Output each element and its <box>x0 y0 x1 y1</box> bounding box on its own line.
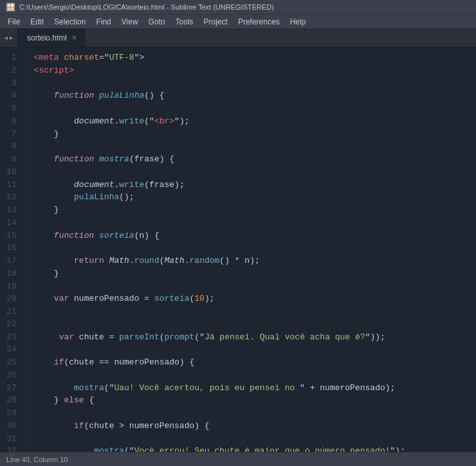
line-num-22: 22 <box>6 318 17 331</box>
tab-label: sorteio.html <box>27 33 67 42</box>
line-num-23: 23 <box>6 331 17 344</box>
line-num-3: 3 <box>6 77 17 90</box>
line-num-16: 16 <box>6 242 17 255</box>
menubar: File Edit Selection Find View Goto Tools… <box>0 14 476 28</box>
editor: 1 2 3 4 5 6 7 8 9 10 11 12 13 14 15 16 1… <box>0 48 476 452</box>
line-num-10: 10 <box>6 166 17 179</box>
code-line-20: var numeroPensado = sorteia(10); <box>34 292 476 305</box>
line-num-32: 32 <box>6 445 17 452</box>
line-num-7: 7 <box>6 128 17 141</box>
menu-file[interactable]: File <box>3 16 25 28</box>
code-line-6: document.write("<br>"); <box>34 115 476 128</box>
line-num-9: 9 <box>6 153 17 166</box>
code-line-28: } else { <box>34 394 476 407</box>
line-num-20: 20 <box>6 292 17 305</box>
code-line-4: function pulaLinha() { <box>34 89 476 102</box>
code-line-19 <box>34 280 476 293</box>
line-numbers: 1 2 3 4 5 6 7 8 9 10 11 12 13 14 15 16 1… <box>0 48 25 452</box>
menu-tools[interactable]: Tools <box>170 16 199 28</box>
line-num-30: 30 <box>6 420 17 433</box>
code-line-10 <box>34 166 476 179</box>
code-line-22 <box>34 318 476 331</box>
line-num-2: 2 <box>6 64 17 77</box>
line-num-1: 1 <box>6 51 17 64</box>
tab-sorteio[interactable]: sorteio.html × <box>18 28 85 47</box>
code-line-3 <box>34 77 476 90</box>
line-num-13: 13 <box>6 204 17 217</box>
status-text: Line 40, Column 10 <box>6 456 68 463</box>
code-line-11: document.write(frase); <box>34 179 476 192</box>
code-line-12: pulaLinha(); <box>34 191 476 204</box>
tab-nav-button[interactable]: ◂▸ <box>0 28 18 47</box>
code-line-27: mostra("Uau! Você acertou, pois eu pense… <box>34 382 476 395</box>
menu-goto[interactable]: Goto <box>143 16 170 28</box>
code-line-23: var chute = parseInt(prompt("Já pensei. … <box>34 331 476 344</box>
line-num-11: 11 <box>6 179 17 192</box>
line-num-4: 4 <box>6 89 17 102</box>
code-line-18: } <box>34 267 476 280</box>
menu-project[interactable]: Project <box>199 16 233 28</box>
app-icon: 🪟 <box>5 2 15 12</box>
menu-selection[interactable]: Selection <box>49 16 91 28</box>
menu-preferences[interactable]: Preferences <box>233 16 285 28</box>
code-line-21 <box>34 305 476 318</box>
line-num-6: 6 <box>6 115 17 128</box>
statusbar: Line 40, Column 10 <box>0 452 476 466</box>
tabbar: ◂▸ sorteio.html × <box>0 28 476 48</box>
line-num-15: 15 <box>6 229 17 242</box>
code-line-25: if(chute == numeroPensado) { <box>34 356 476 369</box>
code-line-14 <box>34 217 476 229</box>
titlebar: 🪟 C:\Users\Sergio\Desktop\LOGICA\sorteio… <box>0 0 476 14</box>
line-num-17: 17 <box>6 255 17 267</box>
code-line-5 <box>34 102 476 115</box>
line-num-27: 27 <box>6 382 17 395</box>
code-line-24 <box>34 343 476 356</box>
code-line-8 <box>34 140 476 153</box>
menu-edit[interactable]: Edit <box>25 16 49 28</box>
line-num-24: 24 <box>6 343 17 356</box>
code-line-1: <meta charset="UTF-8"> <box>34 51 476 64</box>
code-line-26 <box>34 369 476 382</box>
line-num-25: 25 <box>6 356 17 369</box>
line-num-19: 19 <box>6 280 17 293</box>
code-line-30: if(chute > numeroPensado) { <box>34 420 476 433</box>
line-num-21: 21 <box>6 305 17 318</box>
code-line-13: } <box>34 204 476 217</box>
menu-help[interactable]: Help <box>285 16 311 28</box>
tab-close-button[interactable]: × <box>72 34 77 42</box>
code-line-31 <box>34 433 476 445</box>
code-line-9: function mostra(frase) { <box>34 153 476 166</box>
code-line-15: function sorteia(n) { <box>34 229 476 242</box>
code-line-32: mostra("Você errou! Seu chute é maior qu… <box>34 445 476 452</box>
line-num-28: 28 <box>6 394 17 407</box>
line-num-12: 12 <box>6 191 17 204</box>
code-line-29 <box>34 407 476 420</box>
code-line-7: } <box>34 128 476 141</box>
code-area[interactable]: <meta charset="UTF-8"> <script> function… <box>25 48 476 452</box>
line-num-29: 29 <box>6 407 17 420</box>
code-line-16 <box>34 242 476 255</box>
code-line-17: return Math.round(Math.random() * n); <box>34 255 476 267</box>
line-num-8: 8 <box>6 140 17 153</box>
line-num-26: 26 <box>6 369 17 382</box>
line-num-18: 18 <box>6 267 17 280</box>
code-line-2: <script> <box>34 64 476 77</box>
titlebar-text: C:\Users\Sergio\Desktop\LOGICA\sorteio.h… <box>19 3 471 11</box>
menu-view[interactable]: View <box>116 16 143 28</box>
line-num-14: 14 <box>6 217 17 229</box>
menu-find[interactable]: Find <box>91 16 116 28</box>
line-num-5: 5 <box>6 102 17 115</box>
line-num-31: 31 <box>6 433 17 445</box>
